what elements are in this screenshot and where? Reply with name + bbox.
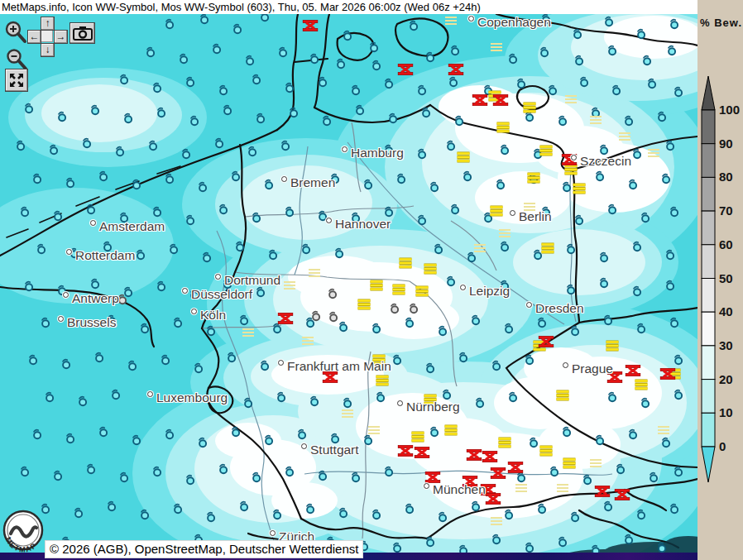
fullscreen-button[interactable] <box>5 69 28 92</box>
city-label: Frankfurt am Main <box>278 359 391 374</box>
city-marker-icon <box>58 316 64 322</box>
map-background <box>0 14 697 560</box>
city-marker-icon <box>563 362 568 368</box>
legend-tick-label: 20 <box>719 373 733 386</box>
city-label: Prague <box>563 361 613 376</box>
city-name: Düsseldorf <box>191 287 252 301</box>
city-label: Copenhagen <box>468 15 551 30</box>
legend-tick-label: 30 <box>719 339 733 352</box>
arrow-right-icon: → <box>56 30 66 44</box>
pan-down-button[interactable]: ↓ <box>41 43 55 57</box>
city-marker-icon <box>526 302 532 308</box>
city-marker-icon <box>424 483 429 489</box>
city-marker-icon <box>147 391 153 397</box>
city-name: Frankfurt am Main <box>287 359 391 373</box>
city-label: Bremen <box>281 175 335 190</box>
metmaps-app: CopenhagenHamburgBremenHannoverAmsterdam… <box>0 0 743 560</box>
city-marker-icon <box>215 274 221 280</box>
city-marker-icon <box>278 360 284 366</box>
legend-tick-label: 40 <box>719 305 733 318</box>
city-marker-icon <box>468 16 474 22</box>
pan-right-button[interactable]: → <box>54 30 68 44</box>
arrow-left-icon: ← <box>30 30 40 44</box>
city-label: Antwerp <box>63 291 119 306</box>
legend-tick-label: 80 <box>719 170 733 184</box>
city-name: Dortmund <box>224 273 280 287</box>
city-label: Brussels <box>58 315 116 330</box>
city-name: Prague <box>572 361 613 376</box>
city-marker-icon <box>326 218 332 223</box>
zoom-in-button[interactable] <box>4 21 27 45</box>
legend-tick-label: 60 <box>719 238 733 251</box>
city-marker-icon <box>301 443 307 449</box>
city-label: Dresden <box>526 301 584 316</box>
legend-panel: % Bew. 1009080706050403020100 <box>697 0 743 560</box>
city-name: Stuttgart <box>310 443 359 457</box>
city-name: Antwerp <box>72 291 119 305</box>
city-label: Luxembourg <box>147 390 228 405</box>
arrow-down-icon: ↓ <box>46 43 50 57</box>
city-marker-icon <box>342 146 348 152</box>
city-name: Köln <box>200 308 226 322</box>
city-label: Düsseldorf <box>182 287 252 302</box>
title-bar: MetMaps.info, Icon WW-Symbol, Mos WW-Sym… <box>0 0 699 14</box>
city-marker-icon <box>270 530 276 536</box>
pan-left-button[interactable]: ← <box>27 30 41 44</box>
city-label: Stuttgart <box>301 443 359 457</box>
pan-center <box>41 30 53 42</box>
city-marker-icon <box>182 288 188 294</box>
city-label: Hannover <box>326 217 391 232</box>
legend-tick-label: 10 <box>719 406 733 419</box>
city-name: Amsterdam <box>99 219 165 233</box>
city-label: Leipzig <box>460 284 510 299</box>
city-name: Nürnberg <box>406 400 460 414</box>
city-label: Nürnberg <box>397 400 460 414</box>
city-name: Berlin <box>519 209 552 223</box>
city-marker-icon <box>191 309 197 314</box>
city-marker-icon <box>281 176 287 182</box>
city-marker-icon <box>571 155 577 160</box>
city-marker-icon <box>90 220 96 226</box>
city-label: Berlin <box>510 209 552 224</box>
city-name: Luxembourg <box>156 390 228 404</box>
legend-tick-label: 0 <box>719 440 726 453</box>
legend-tick-label: 90 <box>719 137 733 151</box>
city-name: Hamburg <box>351 146 404 160</box>
attribution-bar: © 2026 (AGB), OpenStreetMap, Deutscher W… <box>45 540 363 558</box>
expand-icon <box>8 72 25 89</box>
attribution-text: © 2026 (AGB), OpenStreetMap, Deutscher W… <box>50 542 358 556</box>
city-marker-icon <box>397 400 403 406</box>
city-name: Rotterdam <box>75 248 135 262</box>
city-name: Bremen <box>290 175 335 189</box>
city-label: Dortmund <box>215 273 280 288</box>
city-name: Hannover <box>335 217 391 231</box>
title-text: MetMaps.info, Icon WW-Symbol, Mos WW-Sym… <box>2 1 481 13</box>
city-label: Amsterdam <box>90 219 165 234</box>
city-marker-icon <box>510 210 515 216</box>
city-marker-icon <box>66 249 72 255</box>
city-name: Dresden <box>535 301 584 315</box>
arrow-up-icon: ↑ <box>46 17 50 31</box>
camera-icon <box>73 26 93 41</box>
weather-map-canvas[interactable]: CopenhagenHamburgBremenHannoverAmsterdam… <box>0 14 698 560</box>
city-label: Rotterdam <box>66 248 135 263</box>
city-name: Brussels <box>67 315 116 329</box>
city-label: Szczecin <box>571 154 631 169</box>
city-name: München <box>433 482 486 496</box>
snapshot-button[interactable] <box>70 22 95 44</box>
legend-tick-label: 100 <box>719 103 740 117</box>
metmaps-logo: METMAPS <box>1 509 47 557</box>
city-name: Copenhagen <box>477 15 551 29</box>
pan-up-button[interactable]: ↑ <box>41 17 55 31</box>
legend-tick-label: 70 <box>719 204 733 218</box>
legend-tick-label: 50 <box>719 272 733 285</box>
city-marker-icon <box>460 285 466 290</box>
city-marker-icon <box>63 292 69 298</box>
city-name: Leipzig <box>469 284 510 298</box>
city-name: Szczecin <box>580 154 631 168</box>
city-label: Hamburg <box>342 146 404 160</box>
city-label: München <box>424 482 486 497</box>
city-label: Köln <box>191 308 226 323</box>
